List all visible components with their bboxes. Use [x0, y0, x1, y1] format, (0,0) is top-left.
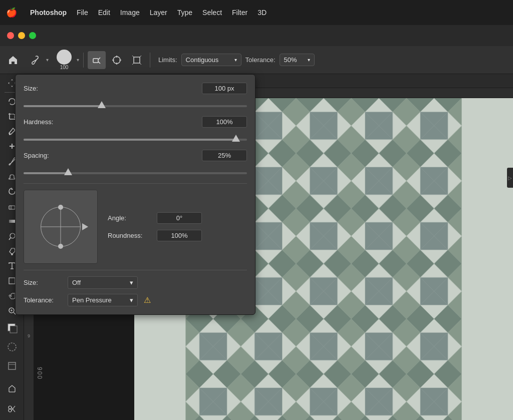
svg-rect-30 — [10, 326, 17, 333]
menu-3d[interactable]: 3D — [252, 7, 272, 19]
svg-rect-20 — [9, 220, 15, 223]
hardness-input[interactable] — [202, 116, 247, 128]
section-divider-2 — [24, 270, 247, 270]
size-jitter-label: Size: — [24, 279, 64, 286]
spacing-label: Spacing: — [24, 152, 74, 159]
brush-size-dropdown-arrow[interactable]: ▾ — [77, 57, 79, 63]
size-jitter-chevron-icon: ▾ — [130, 279, 133, 286]
minimize-button[interactable] — [18, 32, 25, 39]
roundness-field-row: Roundness: — [108, 230, 202, 241]
home-button[interactable] — [4, 51, 22, 69]
svg-point-23 — [11, 253, 13, 255]
svg-line-2 — [98, 62, 100, 64]
bottom-section: Size: Off ▾ Tolerance: Pen Pressure ▾ ⚠ — [24, 276, 247, 306]
menu-select[interactable]: Select — [197, 7, 227, 19]
brush-preview — [24, 190, 98, 264]
menu-edit[interactable]: Edit — [93, 7, 115, 19]
close-button[interactable] — [7, 32, 14, 39]
menu-type[interactable]: Type — [172, 7, 197, 19]
svg-line-22 — [9, 238, 11, 240]
handle-bottom[interactable] — [58, 244, 63, 249]
svg-line-11 — [132, 63, 134, 65]
size-input[interactable] — [202, 83, 247, 94]
limits-dropdown[interactable]: Contiguous ▾ — [181, 54, 241, 66]
roundness-label: Roundness: — [108, 232, 153, 239]
main-area: Size: Hardness: — [0, 74, 513, 420]
tool-foreground-color[interactable] — [3, 319, 21, 337]
svg-line-12 — [140, 63, 141, 65]
menu-file[interactable]: File — [72, 7, 93, 19]
svg-point-3 — [113, 57, 120, 64]
eraser-mode-button[interactable] — [88, 51, 106, 69]
separator-1 — [83, 53, 84, 68]
maximize-button[interactable] — [29, 32, 36, 39]
angle-arrow-icon[interactable] — [82, 223, 88, 230]
svg-rect-18 — [9, 206, 15, 209]
svg-point-21 — [10, 233, 15, 238]
tool-paint-bucket[interactable] — [3, 380, 21, 398]
apple-menu[interactable]: 🍎 — [6, 7, 17, 18]
bottom-tools — [3, 319, 21, 379]
svg-line-1 — [98, 58, 100, 60]
size-slider-row — [24, 101, 247, 111]
limits-chevron-icon: ▾ — [234, 57, 237, 63]
very-bottom-tools — [3, 380, 21, 420]
svg-rect-0 — [93, 59, 98, 63]
limits-label: Limits: — [158, 56, 177, 64]
svg-rect-32 — [9, 362, 16, 369]
brush-size-display[interactable]: 100 — [57, 50, 72, 70]
tool-scissors[interactable] — [3, 400, 21, 418]
tolerance-jitter-chevron-icon: ▾ — [130, 296, 133, 304]
svg-line-9 — [132, 56, 134, 57]
size-slider[interactable] — [24, 101, 247, 111]
angle-input[interactable] — [157, 212, 202, 224]
menu-filter[interactable]: Filter — [227, 7, 252, 19]
tolerance-label: Tolerance: — [245, 56, 276, 64]
hardness-label: Hardness: — [24, 118, 74, 126]
tool-screen-mode[interactable] — [3, 357, 21, 375]
hardness-slider-row — [24, 135, 247, 145]
menu-bar: 🍎 Photoshop File Edit Image Layer Type S… — [0, 0, 513, 25]
spacing-input[interactable] — [202, 150, 247, 161]
transform-button[interactable] — [128, 51, 146, 69]
svg-rect-8 — [134, 57, 140, 63]
brush-tool-button[interactable] — [26, 51, 44, 69]
angle-section: Angle: Roundness: — [24, 190, 247, 264]
window-controls — [0, 25, 513, 46]
tolerance-chevron-icon: ▾ — [308, 57, 310, 63]
svg-rect-24 — [9, 278, 15, 284]
collapse-arrow-right[interactable]: ▷ — [507, 168, 513, 188]
angle-field-row: Angle: — [108, 212, 202, 224]
handle-top[interactable] — [58, 205, 63, 210]
brush-dropdown-arrow[interactable]: ▾ — [45, 57, 50, 63]
menu-layer[interactable]: Layer — [145, 7, 172, 19]
size-label: Size: — [24, 85, 74, 92]
svg-point-35 — [9, 406, 12, 409]
roundness-input[interactable] — [157, 230, 202, 241]
tolerance-dropdown[interactable]: 50% ▾ — [280, 54, 315, 66]
warning-icon: ⚠ — [144, 295, 151, 305]
size-row: Size: — [24, 83, 247, 94]
spacing-slider-row — [24, 168, 247, 178]
tolerance-jitter-dropdown[interactable]: Pen Pressure ▾ — [68, 294, 138, 306]
tolerance-jitter-label: Tolerance: — [24, 296, 64, 304]
svg-line-10 — [140, 56, 141, 57]
angle-label: Angle: — [108, 214, 153, 222]
menu-image[interactable]: Image — [115, 7, 145, 19]
vertical-numbers: 900 — [36, 367, 43, 380]
size-jitter-dropdown[interactable]: Off ▾ — [68, 276, 138, 289]
spacing-row: Spacing: — [24, 150, 247, 161]
spacing-slider[interactable] — [24, 168, 247, 178]
hardness-slider[interactable] — [24, 135, 247, 145]
svg-point-36 — [9, 409, 12, 412]
separator-2 — [150, 53, 150, 68]
options-toolbar: ▾ 100 ▾ Limits — [0, 46, 513, 74]
svg-point-17 — [9, 133, 11, 135]
size-jitter-row: Size: Off ▾ — [24, 276, 247, 289]
tool-quick-mask[interactable] — [3, 338, 21, 356]
brush-tool-group: ▾ — [26, 51, 50, 69]
angle-roundness-fields: Angle: Roundness: — [108, 212, 202, 241]
crosshair-button[interactable] — [108, 51, 126, 69]
crosshair-vertical — [61, 207, 61, 246]
menu-photoshop[interactable]: Photoshop — [25, 7, 72, 19]
